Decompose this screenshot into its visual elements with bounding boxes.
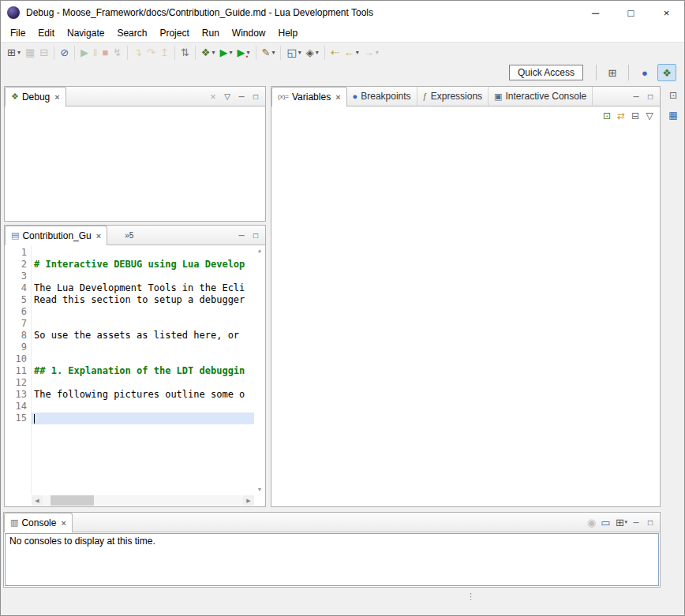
- print-button[interactable]: ⊟: [38, 44, 50, 62]
- menu-navigate[interactable]: Navigate: [61, 25, 110, 41]
- use-step-filters-button[interactable]: ⇅: [179, 44, 191, 62]
- save-button[interactable]: ▦: [24, 44, 36, 62]
- new-project-button[interactable]: ◱ ▾: [285, 44, 302, 62]
- tab-contribution-guide[interactable]: ▤ Contribution_Gu ×: [5, 226, 107, 245]
- dropdown-arrow-icon[interactable]: ▾: [298, 49, 301, 56]
- editor-line[interactable]: [32, 401, 254, 413]
- show-columns-button[interactable]: ⇄: [614, 109, 628, 123]
- editor-line[interactable]: [32, 377, 254, 389]
- resume-button[interactable]: ▶: [79, 44, 90, 62]
- window-minimize-button[interactable]: ─: [578, 1, 613, 24]
- menu-search[interactable]: Search: [110, 25, 153, 41]
- editor-line[interactable]: So use the assets as listed here, or: [32, 330, 254, 342]
- minimize-view-button[interactable]: ─: [629, 89, 643, 103]
- sash-drag-handle[interactable]: ⋮: [466, 592, 475, 601]
- scrollbar-thumb[interactable]: [51, 495, 94, 506]
- scroll-right-icon[interactable]: ▶: [243, 495, 254, 506]
- editor-text-area[interactable]: # Interactive DEBUG using Lua Develop Th…: [32, 245, 254, 495]
- new-button[interactable]: ⊞ ▾: [6, 44, 22, 62]
- window-close-button[interactable]: ×: [649, 1, 684, 24]
- step-over-button[interactable]: ↷: [145, 44, 157, 62]
- window-maximize-button[interactable]: □: [613, 1, 649, 24]
- skip-all-breakpoints-button[interactable]: ⊘: [58, 44, 70, 62]
- variables-view-content[interactable]: [271, 125, 660, 506]
- close-tab-icon[interactable]: ×: [54, 92, 59, 102]
- minimized-view-button[interactable]: ▦: [665, 107, 681, 123]
- editor-line[interactable]: [32, 247, 254, 259]
- menu-help[interactable]: Help: [272, 25, 305, 41]
- close-tab-icon[interactable]: ×: [96, 231, 101, 241]
- view-menu-button[interactable]: ▽: [642, 109, 657, 123]
- scrollbar-track[interactable]: [43, 495, 243, 506]
- disconnect-button[interactable]: ↯: [111, 44, 123, 62]
- scroll-up-icon[interactable]: ▲: [257, 248, 263, 253]
- tab-variables[interactable]: (x)= Variables ×: [271, 87, 347, 106]
- tab-interactive-console[interactable]: ▣ Interactive Console: [488, 87, 593, 106]
- tab-expressions[interactable]: ƒ Expressions: [417, 87, 489, 106]
- step-into-button[interactable]: ↴: [132, 44, 144, 62]
- dropdown-arrow-icon[interactable]: ▾: [624, 519, 627, 525]
- editor-line[interactable]: Read this section to setup a debugger: [32, 294, 254, 306]
- editor-line[interactable]: # Interactive DEBUG using Lua Develop: [32, 259, 254, 271]
- close-tab-icon[interactable]: ×: [335, 92, 340, 102]
- editor-horizontal-scrollbar[interactable]: ◀ ▶: [5, 495, 265, 506]
- minimize-view-button[interactable]: ─: [234, 89, 249, 103]
- forward-button[interactable]: → ▾: [362, 44, 380, 62]
- editor-line[interactable]: [32, 342, 254, 353]
- debug-button[interactable]: ❖ ▾: [200, 44, 217, 62]
- dropdown-arrow-icon[interactable]: ▾: [356, 49, 359, 56]
- minimize-view-button[interactable]: ─: [629, 515, 643, 529]
- collapse-all-button[interactable]: ⊟: [628, 109, 642, 123]
- editor-line[interactable]: ## 1. Explanation of the LDT debuggin: [32, 365, 254, 377]
- editor-line[interactable]: [32, 353, 254, 365]
- dropdown-arrow-icon[interactable]: ▾: [376, 49, 379, 56]
- editor-line[interactable]: [32, 271, 254, 282]
- close-tab-icon[interactable]: ×: [61, 518, 66, 528]
- quick-access-field[interactable]: Quick Access: [509, 65, 583, 80]
- dropdown-arrow-icon[interactable]: ▾: [271, 49, 275, 56]
- run-button[interactable]: ▶ ▾: [218, 44, 234, 62]
- editor-line[interactable]: **Note:** The assets that are used in: [32, 318, 254, 330]
- editor-current-line[interactable]: [32, 413, 254, 424]
- menu-run[interactable]: Run: [196, 25, 226, 41]
- maximize-view-button[interactable]: □: [249, 228, 263, 242]
- menu-edit[interactable]: Edit: [32, 25, 61, 41]
- scroll-down-icon[interactable]: ▼: [257, 487, 263, 492]
- editor-line[interactable]: The following pictures outline some o: [32, 389, 254, 401]
- dropdown-arrow-icon[interactable]: ▾: [316, 49, 319, 56]
- dropdown-arrow-icon[interactable]: ▾: [17, 49, 21, 56]
- open-task-button[interactable]: ✎ ▾: [260, 44, 277, 62]
- dropdown-arrow-icon[interactable]: ▾: [229, 49, 232, 56]
- last-edit-location-button[interactable]: ⇠: [329, 44, 341, 62]
- remove-all-terminated-button[interactable]: ×: [206, 89, 220, 103]
- menu-file[interactable]: File: [4, 25, 32, 41]
- tab-breakpoints[interactable]: ● Breakpoints: [347, 87, 417, 106]
- step-return-button[interactable]: ↥: [159, 44, 170, 62]
- menu-project[interactable]: Project: [153, 25, 195, 41]
- open-element-button[interactable]: ◈ ▾: [305, 44, 320, 62]
- debug-perspective-button[interactable]: ❖: [657, 64, 676, 81]
- debug-view-content[interactable]: [5, 106, 265, 221]
- annotation-ruler[interactable]: [5, 245, 11, 495]
- view-menu-button[interactable]: ▽: [220, 89, 234, 103]
- display-selected-console-button[interactable]: ▭: [598, 515, 612, 529]
- open-perspective-button[interactable]: ⊞: [603, 64, 622, 81]
- show-logical-structures-button[interactable]: ⊡: [600, 109, 614, 123]
- terminate-button[interactable]: ■: [100, 44, 110, 62]
- pin-console-button[interactable]: ◉: [584, 515, 598, 529]
- restore-minimized-view-button[interactable]: ⊡: [665, 88, 681, 103]
- external-tools-button[interactable]: ▶ ▪ ▾: [235, 44, 251, 62]
- editor-tab-overflow-chevron[interactable]: »5: [125, 231, 133, 240]
- maximize-view-button[interactable]: □: [249, 89, 263, 103]
- tab-debug[interactable]: ❖ Debug ×: [5, 87, 66, 106]
- editor-line[interactable]: [32, 306, 254, 318]
- tab-console[interactable]: ▥ Console ×: [4, 513, 73, 532]
- minimize-view-button[interactable]: ─: [234, 228, 249, 242]
- dropdown-arrow-icon[interactable]: ▾: [211, 49, 215, 56]
- scroll-left-icon[interactable]: ◀: [32, 495, 43, 506]
- editor-line[interactable]: The Lua Development Tools in the Ecli: [32, 282, 254, 294]
- lua-perspective-button[interactable]: ●: [635, 64, 654, 81]
- maximize-view-button[interactable]: □: [643, 515, 657, 529]
- back-button[interactable]: ← ▾: [342, 44, 361, 62]
- suspend-button[interactable]: ‖: [92, 44, 99, 62]
